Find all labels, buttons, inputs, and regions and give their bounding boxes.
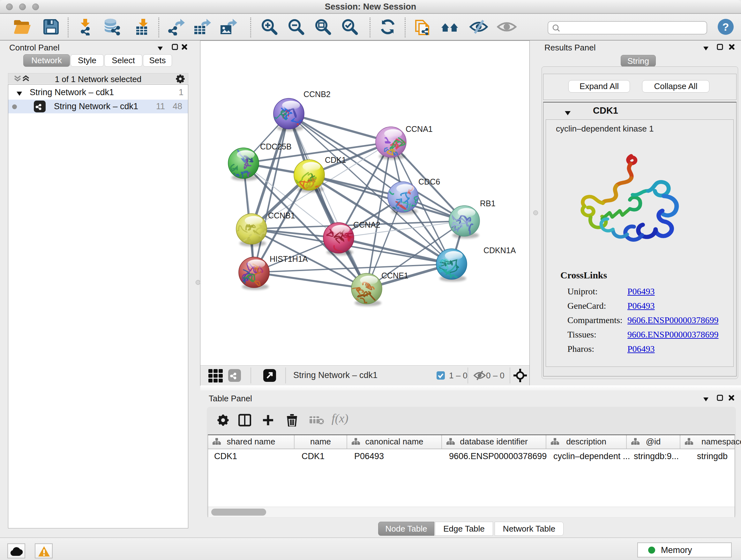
svg-text:CCNA1: CCNA1 [406, 125, 433, 133]
svg-text:RB1: RB1 [480, 199, 495, 208]
svg-text:CDC25B: CDC25B [260, 142, 292, 151]
svg-text:CDK1: CDK1 [325, 155, 346, 165]
svg-text:CCNB1: CCNB1 [268, 211, 295, 220]
svg-text:CCNE1: CCNE1 [381, 271, 408, 280]
svg-text:HIST1H1A: HIST1H1A [270, 254, 308, 263]
svg-text:CCNA2: CCNA2 [353, 220, 381, 229]
svg-text:CDC6: CDC6 [418, 177, 440, 186]
svg-text:CDKN1A: CDKN1A [483, 246, 516, 255]
svg-text:CCNB2: CCNB2 [304, 90, 331, 99]
svg-text:?: ? [723, 21, 729, 33]
